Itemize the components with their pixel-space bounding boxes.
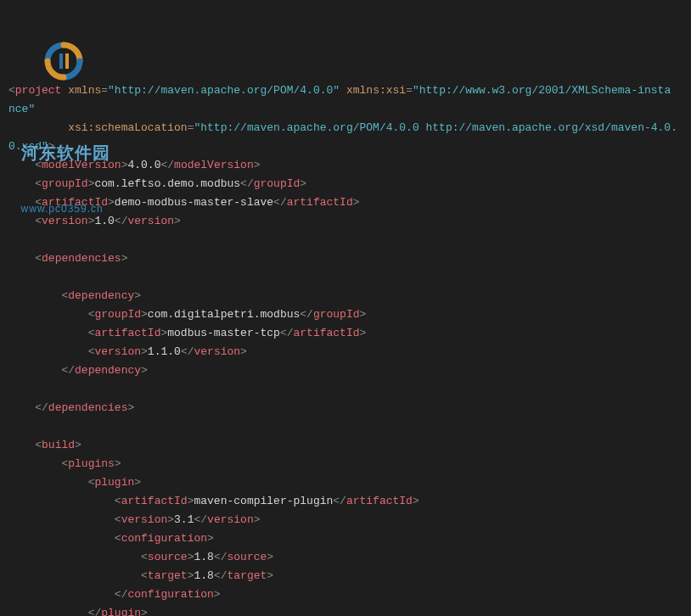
code-block: <project xmlns="http://maven.apache.org/… bbox=[8, 81, 683, 616]
svg-rect-0 bbox=[59, 53, 63, 69]
svg-rect-1 bbox=[65, 53, 69, 69]
